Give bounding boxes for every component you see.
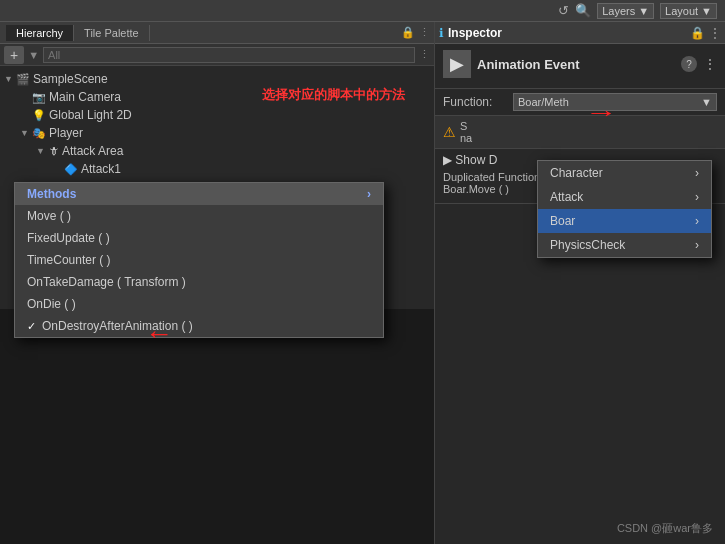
warning-text-block: S na [460, 120, 472, 144]
methods-timecounter-label: TimeCounter ( ) [27, 253, 111, 267]
methods-item-move[interactable]: Move ( ) [15, 205, 383, 227]
light-icon: 💡 [32, 109, 46, 122]
submenu-item-character[interactable]: Character › [538, 161, 711, 185]
inspector-info-icon: ℹ [439, 26, 444, 40]
warning-section: ⚠ S na [435, 116, 725, 149]
scene-icon: 🎬 [16, 73, 30, 86]
warning-text-2: na [460, 132, 472, 144]
tree-label-player: Player [49, 126, 83, 140]
warning-row: ⚠ S na [443, 120, 717, 144]
add-object-button[interactable]: + [4, 46, 24, 64]
function-label: Function: [443, 95, 513, 109]
tree-item-attack-area[interactable]: ▼ 🗡 Attack Area [0, 142, 434, 160]
methods-ontakedamage-label: OnTakeDamage ( Transform ) [27, 275, 186, 289]
lock-tab-icon[interactable]: 🔒 [401, 26, 415, 39]
tree-label-attack-area: Attack Area [62, 144, 123, 158]
tree-item-global-light[interactable]: 💡 Global Light 2D [0, 106, 434, 124]
methods-move-label: Move ( ) [27, 209, 71, 223]
submenu-attack-label: Attack [550, 190, 583, 204]
tree-label-global-light: Global Light 2D [49, 108, 132, 122]
annotation-text: 选择对应的脚本中的方法 [262, 86, 405, 104]
submenu-character-arrow-icon: › [695, 166, 699, 180]
methods-item-ondie[interactable]: OnDie ( ) [15, 293, 383, 315]
inspector-title: Inspector [448, 26, 502, 40]
search-icon[interactable]: 🔍 [575, 3, 591, 18]
animation-event-section: ▶ Animation Event ? ⋮ [435, 44, 725, 89]
methods-item-fixedupdate[interactable]: FixedUpdate ( ) [15, 227, 383, 249]
anim-event-icon: ▶ [443, 50, 471, 78]
attack1-icon: 🔷 [64, 163, 78, 176]
player-icon: 🎭 [32, 127, 46, 140]
methods-item-timecounter[interactable]: TimeCounter ( ) [15, 249, 383, 271]
top-toolbar: ↺ 🔍 Layers ▼ Layout ▼ [0, 0, 725, 22]
submenu-boar-label: Boar [550, 214, 575, 228]
tree-item-player[interactable]: ▼ 🎭 Player [0, 124, 434, 142]
camera-icon: 📷 [32, 91, 46, 104]
submenu-boar-arrow-icon: › [695, 214, 699, 228]
methods-label: Methods [27, 187, 76, 201]
layers-label: Layers [602, 5, 635, 17]
expand-icon: ▼ [4, 74, 16, 84]
anim-event-row: ▶ Animation Event ? ⋮ [443, 50, 717, 78]
search-input[interactable] [43, 47, 415, 63]
inspector-panel: ℹ Inspector 🔒 ⋮ ▶ Animation Event ? ⋮ [435, 22, 725, 544]
methods-item-ontakedamage[interactable]: OnTakeDamage ( Transform ) [15, 271, 383, 293]
show-d-label: ▶ Show D [443, 153, 497, 167]
layers-chevron-icon: ▼ [638, 5, 649, 17]
tree-label-samplescene: SampleScene [33, 72, 108, 86]
submenu-attack-arrow-icon: › [695, 190, 699, 204]
menu-icon[interactable]: ⋮ [703, 56, 717, 72]
watermark: CSDN @砸war鲁多 [617, 521, 713, 536]
attack-icon: 🗡 [48, 145, 59, 157]
more-tab-icon[interactable]: ⋮ [419, 26, 430, 39]
methods-ondie-label: OnDie ( ) [27, 297, 76, 311]
hierarchy-toolbar: + ▼ ⋮ [0, 44, 434, 66]
submenu-character-label: Character [550, 166, 603, 180]
tab-actions: 🔒 ⋮ [401, 26, 434, 39]
arrow-right-icon: → [585, 100, 618, 126]
warning-icon: ⚠ [443, 124, 456, 140]
help-icon[interactable]: ? [681, 56, 697, 72]
inspector-more-icon[interactable]: ⋮ [709, 26, 721, 40]
arrow-down-icon: ▼ [28, 49, 39, 61]
arrow-left-icon: ← [145, 318, 173, 350]
tree-label-main-camera: Main Camera [49, 90, 121, 104]
inspector-actions: 🔒 ⋮ [690, 26, 721, 40]
warning-text-1: S [460, 120, 472, 132]
right-submenu: Character › Attack › Boar › PhysicsCheck… [537, 160, 712, 258]
tree-label-attack1: Attack1 [81, 162, 121, 176]
layout-label: Layout [665, 5, 698, 17]
hierarchy-tab-bar: ⋮ Hierarchy Tile Palette 🔒 ⋮ [0, 22, 434, 44]
checkmark-icon: ✓ [27, 320, 36, 333]
layout-chevron-icon: ▼ [701, 5, 712, 17]
submenu-item-boar[interactable]: Boar › [538, 209, 711, 233]
methods-dropdown: Methods › Move ( ) FixedUpdate ( ) TimeC… [14, 182, 384, 338]
function-row: Function: Boar/Meth ▼ [435, 89, 725, 116]
expand-icon: ▼ [20, 128, 32, 138]
methods-fixedupdate-label: FixedUpdate ( ) [27, 231, 110, 245]
submenu-physicscheck-label: PhysicsCheck [550, 238, 625, 252]
function-value: Boar/Meth [518, 96, 569, 108]
layout-dropdown[interactable]: Layout ▼ [660, 3, 717, 19]
submenu-item-physicscheck[interactable]: PhysicsCheck › [538, 233, 711, 257]
submenu-item-attack[interactable]: Attack › [538, 185, 711, 209]
hierarchy-empty-area [0, 309, 434, 544]
anim-icon-symbol: ▶ [450, 53, 464, 75]
expand-icon: ▼ [36, 146, 48, 156]
methods-header-arrow-icon: › [367, 187, 371, 201]
layers-dropdown[interactable]: Layers ▼ [597, 3, 654, 19]
tree-item-attack1[interactable]: 🔷 Attack1 [0, 160, 434, 178]
tab-tile-palette[interactable]: Tile Palette [74, 25, 150, 41]
anim-event-title: Animation Event [477, 57, 580, 72]
methods-item-ondestroy[interactable]: ✓ OnDestroyAfterAnimation ( ) [15, 315, 383, 337]
undo-icon[interactable]: ↺ [558, 3, 569, 18]
methods-header[interactable]: Methods › [15, 183, 383, 205]
more-hierarchy-icon[interactable]: ⋮ [419, 48, 430, 61]
function-dropdown-arrow-icon: ▼ [701, 96, 712, 108]
tab-hierarchy[interactable]: Hierarchy [6, 25, 74, 41]
submenu-physicscheck-arrow-icon: › [695, 238, 699, 252]
inspector-lock-icon[interactable]: 🔒 [690, 26, 705, 40]
inspector-tab-bar: ℹ Inspector 🔒 ⋮ [435, 22, 725, 44]
